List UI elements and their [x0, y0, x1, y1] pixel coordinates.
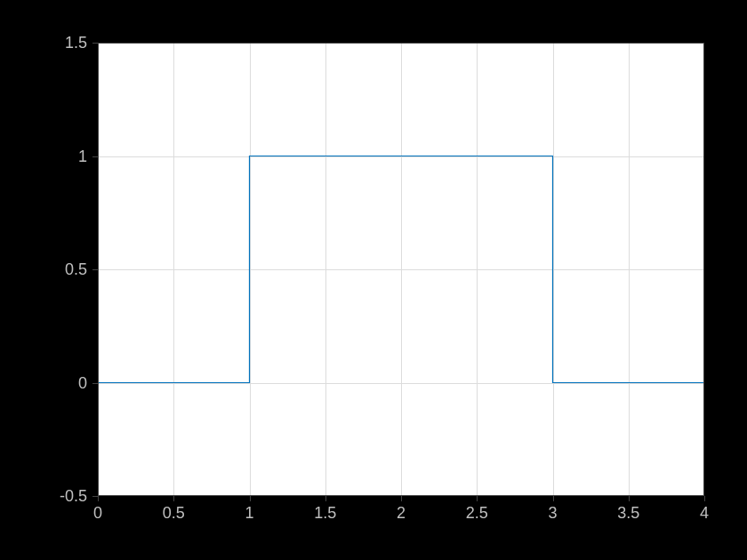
- x-tick-mark: [325, 496, 326, 501]
- figure-window: 00.511.522.533.54-0.500.511.5: [0, 0, 747, 560]
- y-tick-label: -0.5: [60, 488, 87, 504]
- x-tick-mark: [704, 496, 705, 501]
- x-tick-mark: [250, 496, 251, 501]
- grid-line-horizontal: [98, 269, 704, 270]
- x-tick-mark: [553, 496, 554, 501]
- x-tick-label: 1: [245, 505, 253, 521]
- x-tick-label: 3: [548, 505, 557, 521]
- y-tick-mark: [92, 496, 98, 497]
- y-tick-mark: [92, 269, 98, 270]
- x-tick-mark: [98, 496, 99, 501]
- y-tick-label: 1: [78, 148, 87, 164]
- x-tick-label: 3.5: [617, 505, 639, 521]
- x-tick-label: 1.5: [314, 505, 336, 521]
- x-tick-mark: [477, 496, 478, 501]
- y-tick-mark: [92, 156, 98, 157]
- grid-line-horizontal: [98, 383, 704, 384]
- y-tick-mark: [92, 43, 98, 44]
- y-tick-label: 0.5: [65, 261, 87, 277]
- x-tick-mark: [173, 496, 174, 501]
- axes-area: [98, 43, 704, 496]
- x-tick-label: 2: [397, 505, 406, 521]
- x-tick-label: 2.5: [466, 505, 488, 521]
- x-tick-mark: [629, 496, 630, 501]
- y-tick-label: 0: [78, 375, 87, 391]
- x-tick-label: 4: [700, 505, 709, 521]
- x-tick-label: 0.5: [163, 505, 185, 521]
- x-tick-mark: [401, 496, 402, 501]
- y-tick-mark: [92, 383, 98, 384]
- x-tick-label: 0: [93, 505, 102, 521]
- grid-line-horizontal: [98, 156, 704, 157]
- y-tick-label: 1.5: [65, 35, 87, 51]
